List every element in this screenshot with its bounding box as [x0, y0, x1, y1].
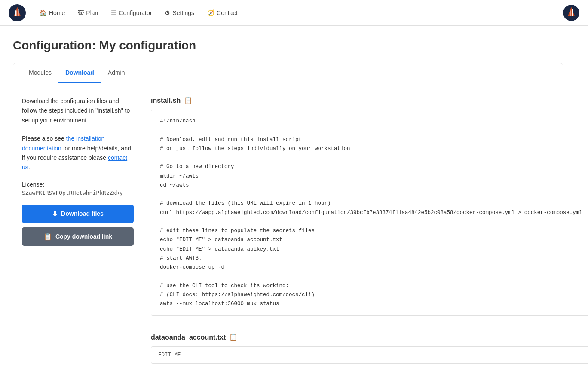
- svg-rect-3: [18, 9, 19, 16]
- copy-file-icon-dataoanda-account[interactable]: 📋: [229, 333, 238, 341]
- tab-bar: Modules Download Admin: [13, 63, 563, 83]
- copy-download-link-button[interactable]: 📋 Copy download link: [22, 227, 134, 246]
- logo[interactable]: [9, 4, 26, 21]
- left-panel: Download the configuration files and fol…: [22, 96, 134, 381]
- code-block-dataoanda-account: EDIT_ME: [151, 346, 588, 364]
- page-content: Configuration: My configuration Modules …: [0, 26, 576, 392]
- file-name-install-sh: install.sh: [151, 97, 181, 104]
- user-avatar[interactable]: [563, 5, 579, 21]
- download-files-button[interactable]: ⬇ Download files: [22, 205, 134, 223]
- nav-home[interactable]: 🏠 Home: [34, 6, 70, 20]
- file-header-dataoanda-account: dataoanda_account.txt 📋: [151, 333, 588, 341]
- page-title: Configuration: My configuration: [13, 39, 563, 52]
- file-section-install-sh: install.sh 📋 #!/bin/bash # Download, edi…: [151, 96, 588, 316]
- plan-icon: 🖼: [78, 9, 84, 16]
- license-key: SZawPKIRSVFQptRHctwhniPkRzZxky: [22, 190, 134, 196]
- nav-configurator-label: Configurator: [119, 9, 152, 16]
- file-section-dataoanda-account: dataoanda_account.txt 📋 EDIT_ME: [151, 333, 588, 364]
- tab-admin[interactable]: Admin: [101, 63, 132, 83]
- description-2: Please also see the installation documen…: [22, 134, 134, 172]
- copy-file-icon-install-sh[interactable]: 📋: [184, 96, 193, 104]
- file-header-install-sh: install.sh 📋: [151, 96, 588, 104]
- svg-rect-2: [15, 10, 17, 16]
- tab-download[interactable]: Download: [58, 63, 101, 83]
- settings-icon: ⚙: [165, 9, 170, 16]
- nav-contact[interactable]: 🧭 Contact: [202, 6, 242, 20]
- license-label: License:: [22, 181, 134, 188]
- file-name-dataoanda-account: dataoanda_account.txt: [151, 334, 226, 341]
- description-1: Download the configuration files and fol…: [22, 96, 134, 125]
- nav-configurator[interactable]: ☰ Configurator: [106, 6, 157, 20]
- nav-links: 🏠 Home 🖼 Plan ☰ Configurator ⚙ Settings …: [34, 6, 563, 20]
- nav-settings-label: Settings: [172, 9, 194, 16]
- nav-plan-label: Plan: [86, 9, 98, 16]
- contact-icon: 🧭: [207, 9, 214, 16]
- code-block-install-sh: #!/bin/bash # Download, edit and run thi…: [151, 110, 588, 316]
- nav-contact-label: Contact: [217, 9, 237, 16]
- home-icon: 🏠: [40, 9, 47, 16]
- configurator-icon: ☰: [111, 9, 116, 16]
- svg-rect-7: [572, 9, 573, 16]
- right-panel: install.sh 📋 #!/bin/bash # Download, edi…: [151, 96, 588, 381]
- nav-plan[interactable]: 🖼 Plan: [73, 6, 103, 20]
- nav-home-label: Home: [49, 9, 65, 16]
- download-icon: ⬇: [52, 210, 58, 218]
- navbar: 🏠 Home 🖼 Plan ☰ Configurator ⚙ Settings …: [0, 0, 588, 26]
- nav-settings[interactable]: ⚙ Settings: [159, 6, 199, 20]
- tab-modules[interactable]: Modules: [22, 63, 58, 83]
- main-card: Modules Download Admin Download the conf…: [13, 63, 563, 392]
- svg-rect-6: [570, 10, 571, 16]
- copy-icon: 📋: [43, 233, 52, 241]
- download-tab-content: Download the configuration files and fol…: [13, 83, 563, 392]
